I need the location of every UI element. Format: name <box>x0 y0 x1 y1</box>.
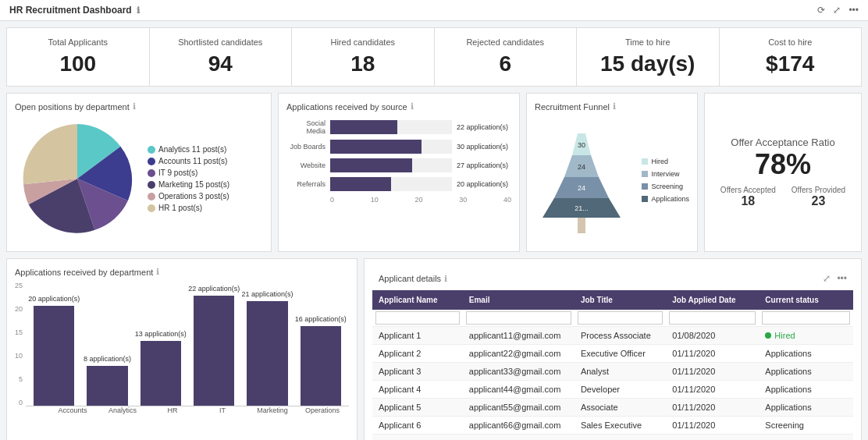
filter-email-cell[interactable] <box>463 310 575 327</box>
title-info-icon: ℹ <box>137 5 140 16</box>
offer-card: Offer Acceptance Ratio 78% Offers Accept… <box>704 93 862 252</box>
dept-col-analytics: 8 application(s) <box>87 366 127 406</box>
dept-y-axis: 25 20 15 10 5 0 <box>15 282 26 406</box>
dept-bar-marketing: 21 application(s) <box>247 301 287 406</box>
source-info-icon: ℹ <box>411 101 414 112</box>
svg-text:24: 24 <box>578 163 585 171</box>
cell-name-5: Applicant 6 <box>372 417 463 435</box>
legend-marketing: Marketing 15 post(s) <box>148 180 229 189</box>
kpi-value-cost: $174 <box>732 51 849 76</box>
dept-val-analytics: 8 application(s) <box>84 355 131 363</box>
dashboard-title: HR Recruitment Dashboard <box>9 5 132 16</box>
pie-svg <box>15 116 140 241</box>
cell-name-2: Applicant 3 <box>372 363 463 381</box>
kpi-total-applicants: Total Applicants 100 <box>7 28 150 86</box>
pie-container: Analytics 11 post(s) Accounts 11 post(s)… <box>15 116 263 241</box>
legend-operations: Operations 3 post(s) <box>148 192 229 200</box>
table-more-icon[interactable]: ••• <box>837 273 847 284</box>
legend-it: IT 9 post(s) <box>148 169 229 177</box>
funnel-legend-screening: Screening <box>642 183 689 190</box>
offers-accepted-val: 18 <box>741 194 755 208</box>
kpi-value-shortlisted: 94 <box>162 51 279 76</box>
source-label-1: Job Boards <box>286 143 326 151</box>
pie-info-icon: ℹ <box>133 101 136 112</box>
kpi-label-total: Total Applicants <box>20 37 137 47</box>
kpi-value-total: 100 <box>20 51 137 76</box>
filter-date-cell[interactable] <box>666 310 759 327</box>
filter-name-cell[interactable] <box>372 310 463 327</box>
more-icon[interactable]: ••• <box>848 5 859 16</box>
dept-bar-title: Applications received by department ℹ <box>15 267 349 277</box>
cell-job-2: Analyst <box>575 363 666 381</box>
funnel-info-icon: ℹ <box>613 101 616 112</box>
title-bar-right: ⟳ ⤢ ••• <box>817 5 859 16</box>
funnel-legend-hired: Hired <box>642 158 689 165</box>
kpi-time-to-hire: Time to hire 15 day(s) <box>577 28 720 86</box>
dept-x-labels: Accounts Analytics HR IT Marketing Opera… <box>26 406 349 414</box>
dept-bar-chart: 20 application(s) 8 application(s) <box>26 282 349 406</box>
cell-date-0: 01/08/2020 <box>666 327 759 345</box>
funnel-svg: 21... 24 24 30 <box>535 116 628 241</box>
kpi-label-cost: Cost to hire <box>732 37 849 47</box>
col-email: Email <box>463 290 575 310</box>
offer-sub: Offers Accepted 18 Offers Provided 23 <box>720 186 845 208</box>
funnel-container: 21... 24 24 30 <box>535 116 689 243</box>
table-row: Applicant 7applicant77@gmail.comAnalyst0… <box>372 435 853 441</box>
table-expand-icon[interactable]: ⤢ <box>823 273 831 284</box>
table-scroll-container[interactable]: Applicant Name Email Job Title Job Appli… <box>372 290 853 440</box>
filter-date-input[interactable] <box>669 311 756 325</box>
applicant-table-card: Applicant details ℹ ⤢ ••• Applicant Name… <box>364 258 862 440</box>
dept-bar-chart-card: Applications received by department ℹ 25… <box>6 258 358 440</box>
offer-ratio-title: Offer Acceptance Ratio <box>731 137 834 148</box>
cell-status-6: Screening <box>759 435 853 441</box>
dept-val-hr: 13 application(s) <box>135 330 187 338</box>
table-row: Applicant 2applicant22@gmail.comExecutiv… <box>372 345 853 363</box>
filter-status-input[interactable] <box>762 311 850 325</box>
table-header: Applicant details ℹ ⤢ ••• <box>372 267 853 290</box>
table-header-icons: ⤢ ••• <box>823 273 847 284</box>
refresh-icon[interactable]: ⟳ <box>817 5 825 16</box>
cell-email-5: applicant66@gmail.com <box>463 417 575 435</box>
cell-name-3: Applicant 4 <box>372 381 463 399</box>
source-row-3: Referrals 20 application(s) <box>286 177 511 191</box>
funnel-chart-card: Recruitment Funnel ℹ 21... 24 24 <box>526 93 698 252</box>
filter-job-cell[interactable] <box>575 310 666 327</box>
cell-job-1: Executive Officer <box>575 345 666 363</box>
dept-chart-wrap: 25 20 15 10 5 0 20 application(s) <box>15 282 349 414</box>
kpi-hired: Hired candidates 18 <box>292 28 435 86</box>
fullscreen-icon[interactable]: ⤢ <box>833 5 841 16</box>
legend-dot-marketing <box>148 181 155 189</box>
source-row-0: Social Media 22 application(s) <box>286 119 511 135</box>
dashboard: Total Applicants 100 Shortlisted candida… <box>0 21 868 440</box>
applicant-table: Applicant Name Email Job Title Job Appli… <box>372 290 853 440</box>
filter-email-input[interactable] <box>466 311 571 325</box>
cell-name-6: Applicant 7 <box>372 435 463 441</box>
funnel-chart-title: Recruitment Funnel ℹ <box>535 101 689 112</box>
filter-status-cell[interactable] <box>759 310 853 327</box>
dept-x-label-marketing: Marketing <box>254 406 291 414</box>
dept-val-accounts: 20 application(s) <box>28 295 80 303</box>
dept-bar-accounts: 20 application(s) <box>34 306 74 406</box>
cell-status-4: Applications <box>759 399 853 417</box>
offers-provided-val: 23 <box>812 194 826 208</box>
cell-status-0: Hired <box>759 327 853 345</box>
col-job: Job Title <box>575 290 666 310</box>
cell-name-0: Applicant 1 <box>372 327 463 345</box>
col-name: Applicant Name <box>372 290 463 310</box>
source-row-2: Website 27 application(s) <box>286 158 511 172</box>
cell-email-2: applicant33@gmail.com <box>463 363 575 381</box>
svg-rect-8 <box>578 218 585 233</box>
third-row: Applications received by department ℹ 25… <box>6 258 862 440</box>
filter-job-input[interactable] <box>578 311 663 325</box>
source-bar-2 <box>330 158 412 172</box>
legend-accounts: Accounts 11 post(s) <box>148 157 229 165</box>
filter-name-input[interactable] <box>375 311 460 325</box>
kpi-value-hired: 18 <box>304 51 422 76</box>
source-chart-title: Applications received by source ℹ <box>286 101 511 112</box>
table-header-row: Applicant Name Email Job Title Job Appli… <box>372 290 853 310</box>
offer-ratio-pct: 78% <box>755 148 811 181</box>
cell-job-0: Process Associate <box>575 327 666 345</box>
pie-chart-card: Open positions by department ℹ <box>6 93 272 252</box>
legend-hr: HR 1 post(s) <box>148 204 229 212</box>
source-label-2: Website <box>286 161 326 169</box>
